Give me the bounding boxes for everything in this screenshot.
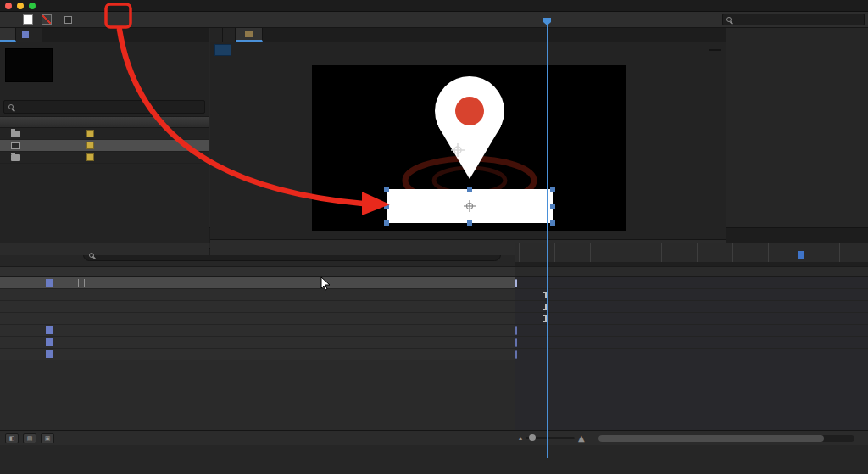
- project-footer: [0, 243, 209, 255]
- tab-composition-pointer[interactable]: [236, 28, 263, 42]
- project-tabbar: [0, 28, 209, 42]
- tool-options: [10, 14, 865, 25]
- label-swatch[interactable]: [46, 326, 53, 334]
- search-icon: [89, 253, 94, 258]
- label-swatch[interactable]: [46, 338, 53, 346]
- after-effects-window: ◧ ▤ ▣ ▴ ▲: [0, 0, 868, 474]
- composition-icon: [11, 142, 20, 149]
- search-icon: [726, 17, 732, 22]
- help-search-box[interactable]: [722, 14, 865, 25]
- titlebar: [0, 0, 868, 12]
- current-time-indicator-line: [547, 18, 548, 458]
- folder-icon: [11, 154, 20, 161]
- label-swatch[interactable]: [86, 142, 94, 149]
- work-area-bar[interactable]: [515, 262, 868, 266]
- tab-effect-controls[interactable]: [16, 28, 42, 42]
- stroke-swatch[interactable]: [42, 14, 52, 25]
- project-table-header: [0, 116, 209, 128]
- composition-panel: [210, 28, 726, 255]
- help-search-input[interactable]: [735, 15, 860, 24]
- group-row-rectangle-1[interactable]: [0, 301, 868, 313]
- minimize-window-button[interactable]: [17, 3, 24, 9]
- timeline-zoom-control[interactable]: ▴ ▲: [519, 433, 585, 443]
- layer-row-pointer[interactable]: [0, 325, 868, 337]
- project-row-pointer[interactable]: [0, 140, 209, 152]
- close-window-button[interactable]: [5, 3, 12, 9]
- toolbar: [0, 12, 868, 28]
- layer-duration-bar[interactable]: [515, 326, 517, 335]
- layer-name[interactable]: [78, 279, 85, 287]
- zoom-window-button[interactable]: [29, 3, 36, 9]
- map-pin-dot: [455, 97, 484, 125]
- fill-swatch[interactable]: [23, 14, 33, 25]
- group-row-contents[interactable]: [0, 289, 868, 301]
- expand-layer-switches-button[interactable]: ◧: [5, 433, 19, 443]
- label-swatch[interactable]: [86, 130, 94, 137]
- folder-icon: [11, 131, 20, 137]
- renderer-value[interactable]: [709, 49, 721, 51]
- label-swatch[interactable]: [86, 153, 94, 161]
- expand-inout-button[interactable]: ▣: [41, 433, 54, 443]
- layer-duration-bar[interactable]: [515, 350, 517, 359]
- project-item-info: [0, 42, 209, 88]
- zoom-out-icon[interactable]: ▴: [519, 434, 522, 442]
- layer-duration-bar[interactable]: [515, 279, 517, 287]
- label-swatch[interactable]: [46, 279, 53, 287]
- comp-thumbnail: [5, 48, 53, 82]
- search-icon: [8, 104, 14, 109]
- composition-viewport[interactable]: [312, 65, 626, 231]
- work-area-end-marker[interactable]: [798, 251, 804, 259]
- layer-color-swatch: [22, 31, 29, 38]
- zoom-slider-thumb[interactable]: [529, 434, 536, 441]
- layer-duration-bar[interactable]: [515, 338, 517, 347]
- timeline-empty-area: [0, 360, 868, 430]
- bezier-path-checkbox[interactable]: [64, 16, 72, 24]
- timeline-column-header: [0, 266, 868, 277]
- time-ruler[interactable]: [515, 243, 868, 266]
- layer-row-circle-small[interactable]: [0, 337, 868, 349]
- timeline-panel: ◧ ▤ ▣ ▴ ▲: [0, 227, 868, 445]
- label-swatch[interactable]: [46, 350, 53, 358]
- project-panel: [0, 28, 209, 255]
- zoom-slider[interactable]: [526, 437, 575, 439]
- project-search-input[interactable]: [18, 101, 200, 114]
- viewer-tabbar: [210, 28, 726, 42]
- tab-footage[interactable]: [210, 28, 223, 42]
- layer-row-circle-large[interactable]: [0, 349, 868, 360]
- comp-icon: [245, 31, 253, 37]
- viewer-subrow: [210, 42, 726, 58]
- horizontal-scrollbar[interactable]: [598, 435, 854, 442]
- comp-mini-tab[interactable]: [214, 44, 231, 56]
- group-row-transform[interactable]: [0, 313, 868, 325]
- layer-row-shape-layer-1[interactable]: [0, 277, 868, 289]
- timeline-footer: ◧ ▤ ▣ ▴ ▲: [0, 430, 868, 445]
- tab-layer[interactable]: [223, 28, 236, 42]
- project-row-solids[interactable]: [0, 152, 209, 164]
- zoom-in-icon[interactable]: ▲: [578, 433, 585, 443]
- project-row-old[interactable]: [0, 128, 209, 140]
- expand-transfer-controls-button[interactable]: ▤: [23, 433, 36, 443]
- tab-project[interactable]: [0, 28, 16, 42]
- comp-canvas: [312, 65, 626, 231]
- scrollbar-thumb[interactable]: [598, 435, 824, 442]
- project-search[interactable]: [3, 100, 205, 114]
